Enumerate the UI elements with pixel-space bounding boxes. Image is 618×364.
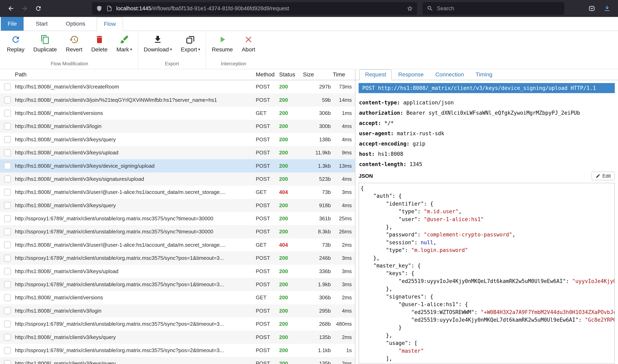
flow-time: 4ms [331,202,355,208]
abort-button[interactable]: Abort [237,31,260,61]
flow-marker-icon [0,123,15,130]
flow-time: 3ms [331,268,355,274]
flow-row[interactable]: http://hs1:8008/_matrix/client/v3/keys/q… [0,331,355,344]
reload-button[interactable] [32,2,44,14]
mark-button[interactable]: Mark▾ [112,31,136,61]
flow-row[interactable]: http://hs1:8008/_matrix/client/v3/keys/q… [0,133,355,146]
column-header-time[interactable]: Time [331,71,355,78]
flow-row[interactable]: http://hs1:8008/_matrix/client/v3/loginP… [0,120,355,133]
flow-size: 73b [301,189,331,195]
json-line: }, [361,285,614,293]
flow-row[interactable]: http://hs1:8008/_matrix/client/v3/keys/q… [0,199,355,212]
resume-button[interactable]: Resume [207,31,237,61]
flow-time: 2ms [331,295,355,301]
header-value: */* [384,120,394,126]
request-header-line: accept-encoding: gzip [359,139,615,149]
flow-path: http://ssproxy1:6789/_matrix/client/unst… [15,255,256,261]
flow-row[interactable]: http://hs1:8008/_matrix/client/v3/loginP… [0,304,355,317]
header-value: matrix-rust-sdk [397,130,444,136]
flow-marker-icon [0,189,15,196]
json-line: "signatures": { [361,293,614,300]
edit-button-label: Edit [603,173,611,179]
request-header-line: accept: */* [359,118,615,128]
flow-time: 480ms [331,321,355,327]
flow-status: 200 [279,163,301,169]
flow-status: 200 [279,136,301,143]
flow-row[interactable]: http://ssproxy1:6789/_matrix/client/unst… [0,212,355,225]
menu-tab-flow[interactable]: Flow [97,17,123,31]
menu-tab-options[interactable]: Options [59,17,92,31]
url-bar[interactable]: localhost:1445/#/flows/fba5f13d-91e1-437… [92,2,417,15]
replay-button[interactable]: Replay [2,31,29,61]
downloads-icon[interactable] [601,2,613,14]
flow-row[interactable]: http://hs1:8008/_matrix/client/versionsG… [0,107,355,120]
column-header-method[interactable]: Method [256,71,279,78]
flow-method: GET [256,189,279,195]
column-header-status[interactable]: Status [279,71,301,78]
flow-row[interactable]: http://hs1:8008/_matrix/client/v3/create… [0,80,355,93]
flow-marker-icon [0,136,15,143]
flow-row[interactable]: http://hs1:8008/_matrix/client/versionsG… [0,291,355,304]
search-bar[interactable] [422,2,564,15]
flow-marker-icon [0,176,15,182]
toolbar-button-label: Export▾ [181,46,200,53]
download-button[interactable]: Download▾ [139,31,176,61]
flow-row[interactable]: http://ssproxy1:6789/_matrix/client/unst… [0,278,355,291]
json-line: "type": "m.id.user", [361,208,614,215]
flow-row[interactable]: http://hs1:8008/_matrix/client/v3/user/@… [0,186,355,199]
flow-row[interactable]: http://hs1:8008/_matrix/client/v3/keys/q… [0,357,355,364]
detail-tab-timing[interactable]: Timing [470,70,497,80]
flow-row[interactable]: http://ssproxy1:6789/_matrix/client/unst… [0,344,355,357]
page-info-icon[interactable] [106,5,113,12]
flow-row[interactable]: http://ssproxy1:6789/_matrix/client/unst… [0,251,355,265]
menu-tab-file[interactable]: File [1,17,24,31]
flow-row[interactable]: http://hs1:8008/_matrix/client/v3/keys/u… [0,265,355,278]
revert-icon [69,35,79,44]
header-name: content-type: [359,100,400,106]
toolbar-button-label: Duplicate [33,46,57,53]
header-value: gzip [413,141,425,147]
toolbar-button-label: Revert [66,46,82,53]
pocket-icon[interactable] [586,2,598,14]
flow-path: http://hs1:8008/_matrix/client/versions [15,295,256,301]
revert-button[interactable]: Revert [61,31,87,61]
json-line: } [361,324,614,331]
flow-method: POST [256,150,279,156]
flow-row[interactable]: http://ssproxy1:6789/_matrix/client/unst… [0,317,355,331]
flow-size: 1.3kb [301,163,331,169]
flow-method: POST [256,176,279,182]
column-header-size[interactable]: Size [301,71,331,78]
flow-row[interactable]: http://hs1:8008/_matrix/client/v3/keys/u… [0,146,355,159]
detail-tab-connection[interactable]: Connection [430,70,469,80]
flow-method: POST [256,308,279,314]
forward-button[interactable] [19,2,31,14]
downloads-glyph-icon [604,5,611,12]
flow-size: 295b [301,308,331,314]
flow-row[interactable]: http://hs1:8008/_matrix/client/v3/join/%… [0,93,355,106]
column-header-path[interactable]: Path [15,71,256,78]
json-body-view[interactable]: { "auth": { "identifier": { "type": "m.i… [359,183,615,364]
flow-time: 1s [331,347,355,353]
detail-tab-request[interactable]: Request [359,69,392,80]
flow-row[interactable]: http://hs1:8008/_matrix/client/v3/user/@… [0,238,355,251]
export-button[interactable]: Export▾ [176,31,204,61]
edit-button[interactable]: Edit [591,171,615,180]
flow-method: GET [256,110,279,116]
detail-tabs: RequestResponseConnectionTiming [355,69,618,80]
menu-tab-start[interactable]: Start [29,17,54,31]
back-button[interactable] [5,2,17,14]
detail-tab-response[interactable]: Response [393,70,429,80]
flow-row[interactable]: http://ssproxy1:6789/_matrix/client/unst… [0,225,355,238]
request-line[interactable]: POST http://hs1:8008/_matrix/client/v3/k… [359,83,615,93]
flow-row[interactable]: http://hs1:8008/_matrix/client/v3/keys/s… [0,172,355,186]
flow-row[interactable]: http://hs1:8008/_matrix/client/v3/keys/d… [0,159,355,172]
flow-status: 200 [279,229,301,235]
search-input[interactable] [437,5,560,12]
bookmark-star-icon[interactable] [407,5,413,12]
flow-time: 2ms [331,334,355,340]
delete-button[interactable]: Delete [87,31,112,61]
shield-icon[interactable] [96,5,102,12]
body-format-label: JSON [359,173,373,179]
download-icon [153,35,162,44]
duplicate-button[interactable]: Duplicate [29,31,61,61]
